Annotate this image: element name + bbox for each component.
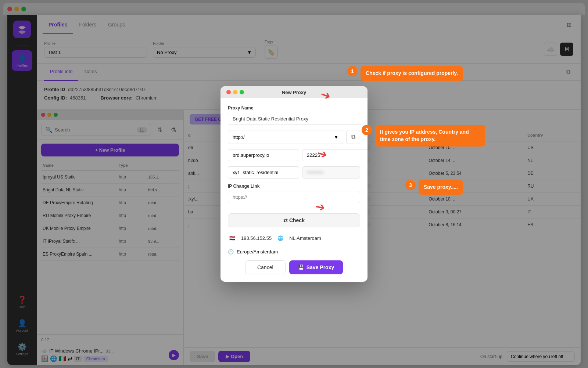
password-input[interactable]: ••••••••••: [302, 166, 360, 178]
ip-change-label: IP Change Link: [228, 184, 360, 189]
modal-maximize-btn[interactable]: [240, 90, 244, 94]
modal-overlay: New Proxy Proxy Name http:// ▼ ⧉: [0, 0, 588, 368]
callout-2-text: It gives you IP address, Country and tim…: [375, 125, 485, 147]
port-input[interactable]: [302, 149, 368, 161]
globe-icon: 🌐: [277, 235, 283, 241]
username-input[interactable]: [228, 166, 299, 178]
copy-url-btn[interactable]: ⧉: [346, 130, 360, 144]
protocol-chevron: ▼: [334, 134, 338, 140]
modal-close-btn[interactable]: [226, 90, 231, 94]
callout-3-circle: 3: [405, 180, 416, 190]
result-location: NL,Amsterdam: [289, 235, 321, 241]
protocol-select[interactable]: http:// ▼: [228, 130, 343, 144]
callout-1-circle: 1: [347, 66, 358, 76]
save-icon: 💾: [298, 264, 304, 270]
modal-title: New Proxy: [282, 90, 306, 95]
callout-3-text: Save proxy.....: [419, 180, 463, 195]
modal-body: Proxy Name http:// ▼ ⧉: [220, 98, 368, 282]
save-proxy-button[interactable]: 💾 Save Proxy: [289, 260, 343, 274]
proxy-name-field: Proxy Name: [228, 105, 360, 125]
callout-2-circle: 2: [362, 125, 372, 135]
proxy-name-input[interactable]: [228, 113, 360, 125]
protocol-row: http:// ▼ ⧉: [228, 130, 360, 144]
clock-icon: 🕐: [228, 249, 234, 255]
protocol-value: http://: [233, 134, 245, 140]
user-pass-row: ••••••••••: [228, 166, 360, 178]
host-input[interactable]: [228, 149, 299, 161]
modal-footer: Cancel 💾 Save Proxy: [228, 260, 360, 274]
save-proxy-label: Save Proxy: [306, 264, 334, 270]
cancel-button[interactable]: Cancel: [245, 260, 286, 274]
result-timezone: Europe/Amsterdam: [237, 249, 278, 255]
new-proxy-modal: New Proxy Proxy Name http:// ▼ ⧉: [220, 86, 368, 282]
result-ip: 193.56.152.55: [241, 235, 272, 241]
check-result: 🇳🇱 193.56.152.55 🌐 NL,Amsterdam: [228, 232, 360, 244]
callout-1-text: Check if proxy is configured properly.: [361, 66, 463, 81]
nl-flag-icon: 🇳🇱: [229, 235, 235, 241]
ip-change-field: IP Change Link: [228, 184, 360, 208]
host-port-row: [228, 149, 360, 161]
modal-minimize-btn[interactable]: [233, 90, 237, 94]
ip-change-input[interactable]: [228, 191, 360, 203]
modal-titlebar: New Proxy: [220, 86, 368, 98]
check-button[interactable]: ⇄ Check: [228, 213, 360, 227]
proxy-name-label: Proxy Name: [228, 105, 360, 111]
